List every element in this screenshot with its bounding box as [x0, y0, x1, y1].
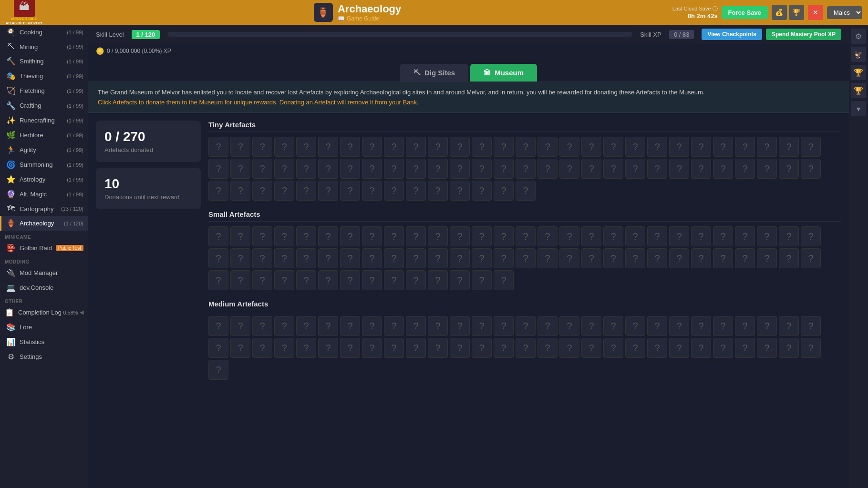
view-checkpoints-button[interactable]: View Checkpoints [702, 29, 762, 40]
sidebar-item-agility[interactable]: 🏃Agility (1 / 99) [0, 142, 88, 157]
artefact-cell[interactable]: ? [252, 159, 272, 179]
artefact-cell[interactable]: ? [318, 137, 338, 157]
artefact-cell[interactable]: ? [472, 338, 492, 358]
artefact-cell[interactable]: ? [296, 338, 316, 358]
right-panel-trophy2-btn[interactable]: 🏆 [851, 83, 866, 98]
artefact-cell[interactable]: ? [494, 137, 514, 157]
sidebar-item-completion-log[interactable]: 📋 Completion Log 0.58% ◀ [0, 305, 88, 320]
artefact-cell[interactable]: ? [647, 226, 667, 246]
artefact-cell[interactable]: ? [494, 316, 514, 336]
artefact-cell[interactable]: ? [362, 316, 382, 336]
artefact-cell[interactable]: ? [779, 137, 799, 157]
artefact-cell[interactable]: ? [230, 248, 250, 268]
artefact-cell[interactable]: ? [713, 316, 733, 336]
artefact-cell[interactable]: ? [625, 226, 645, 246]
artefact-cell[interactable]: ? [450, 248, 470, 268]
right-panel-chevron-btn[interactable]: ▾ [851, 101, 866, 116]
artefact-cell[interactable]: ? [230, 270, 250, 290]
sidebar-item-mod-manager[interactable]: 🔌Mod Manager [0, 265, 88, 280]
artefact-cell[interactable]: ? [559, 338, 579, 358]
artefact-cell[interactable]: ? [428, 159, 448, 179]
artefact-cell[interactable]: ? [537, 316, 558, 336]
artefact-cell[interactable]: ? [494, 181, 514, 201]
artefact-cell[interactable]: ? [274, 248, 294, 268]
trophy-icon-btn[interactable]: 🏆 [789, 5, 804, 20]
coin-icon-btn[interactable]: 💰 [772, 5, 787, 20]
sidebar-item-golbin-raid[interactable]: 👺Golbin Raid Public Test [0, 241, 88, 255]
artefact-cell[interactable]: ? [735, 137, 755, 157]
artefact-cell[interactable]: ? [603, 137, 623, 157]
artefact-cell[interactable]: ? [318, 226, 338, 246]
sidebar-item-herblore[interactable]: 🌿Herblore (1 / 99) [0, 128, 88, 142]
artefact-cell[interactable]: ? [208, 360, 228, 380]
artefact-cell[interactable]: ? [362, 137, 382, 157]
artefact-cell[interactable]: ? [362, 338, 382, 358]
artefact-cell[interactable]: ? [428, 137, 448, 157]
artefact-cell[interactable]: ? [516, 248, 536, 268]
sidebar-item-cartography[interactable]: 🗺Cartography (13 / 120) [0, 202, 88, 216]
artefact-cell[interactable]: ? [625, 338, 645, 358]
artefact-cell[interactable]: ? [537, 137, 558, 157]
artefact-cell[interactable]: ? [230, 181, 250, 201]
artefact-cell[interactable]: ? [252, 270, 272, 290]
sidebar-item-lore[interactable]: 📚Lore [0, 320, 88, 335]
artefact-cell[interactable]: ? [494, 270, 514, 290]
artefact-cell[interactable]: ? [450, 181, 470, 201]
sidebar-item-thieving[interactable]: 🎭Thieving (1 / 99) [0, 69, 88, 83]
sidebar-item-summoning[interactable]: 🌀Summoning (1 / 99) [0, 157, 88, 172]
sidebar-item-crafting[interactable]: 🔧Crafting (1 / 99) [0, 98, 88, 113]
artefact-cell[interactable]: ? [779, 338, 799, 358]
artefact-cell[interactable]: ? [669, 248, 689, 268]
artefact-cell[interactable]: ? [450, 226, 470, 246]
tab-museum[interactable]: 🏛 Museum [470, 64, 537, 81]
user-dropdown[interactable]: Malcs [827, 6, 862, 19]
artefact-cell[interactable]: ? [669, 338, 689, 358]
artefact-cell[interactable]: ? [296, 316, 316, 336]
artefact-cell[interactable]: ? [450, 159, 470, 179]
artefact-cell[interactable]: ? [516, 159, 536, 179]
artefact-cell[interactable]: ? [252, 137, 272, 157]
artefact-cell[interactable]: ? [318, 270, 338, 290]
artefact-cell[interactable]: ? [296, 226, 316, 246]
artefact-cell[interactable]: ? [428, 270, 448, 290]
artefact-cell[interactable]: ? [274, 338, 294, 358]
artefact-cell[interactable]: ? [647, 316, 667, 336]
artefact-cell[interactable]: ? [340, 137, 360, 157]
artefact-cell[interactable]: ? [757, 137, 777, 157]
artefact-cell[interactable]: ? [450, 137, 470, 157]
artefact-cell[interactable]: ? [384, 159, 404, 179]
artefact-cell[interactable]: ? [318, 316, 338, 336]
artefact-cell[interactable]: ? [384, 270, 404, 290]
artefact-cell[interactable]: ? [340, 159, 360, 179]
artefact-cell[interactable]: ? [779, 316, 799, 336]
artefact-cell[interactable]: ? [516, 316, 536, 336]
artefact-cell[interactable]: ? [274, 137, 294, 157]
artefact-cell[interactable]: ? [713, 338, 733, 358]
artefact-cell[interactable]: ? [274, 159, 294, 179]
artefact-cell[interactable]: ? [801, 248, 821, 268]
artefact-cell[interactable]: ? [757, 316, 777, 336]
artefact-cell[interactable]: ? [603, 316, 623, 336]
sidebar-item-cooking[interactable]: 🍳Cooking (1 / 99) [0, 25, 88, 40]
artefact-cell[interactable]: ? [428, 338, 448, 358]
artefact-cell[interactable]: ? [691, 316, 711, 336]
artefact-cell[interactable]: ? [647, 159, 667, 179]
artefact-cell[interactable]: ? [428, 181, 448, 201]
artefact-cell[interactable]: ? [516, 226, 536, 246]
artefact-cell[interactable]: ? [713, 248, 733, 268]
artefact-cell[interactable]: ? [384, 226, 404, 246]
artefact-cell[interactable]: ? [406, 159, 426, 179]
artefact-cell[interactable]: ? [669, 226, 689, 246]
artefact-cell[interactable]: ? [208, 181, 228, 201]
artefact-cell[interactable]: ? [691, 159, 711, 179]
artefact-cell[interactable]: ? [362, 181, 382, 201]
sidebar-item-dev-console[interactable]: 💻dev.Console [0, 280, 88, 295]
artefact-cell[interactable]: ? [494, 248, 514, 268]
artefact-cell[interactable]: ? [625, 316, 645, 336]
artefact-cell[interactable]: ? [362, 248, 382, 268]
artefact-cell[interactable]: ? [757, 338, 777, 358]
artefact-cell[interactable]: ? [625, 137, 645, 157]
artefact-cell[interactable]: ? [537, 226, 558, 246]
artefact-cell[interactable]: ? [450, 270, 470, 290]
artefact-cell[interactable]: ? [406, 137, 426, 157]
